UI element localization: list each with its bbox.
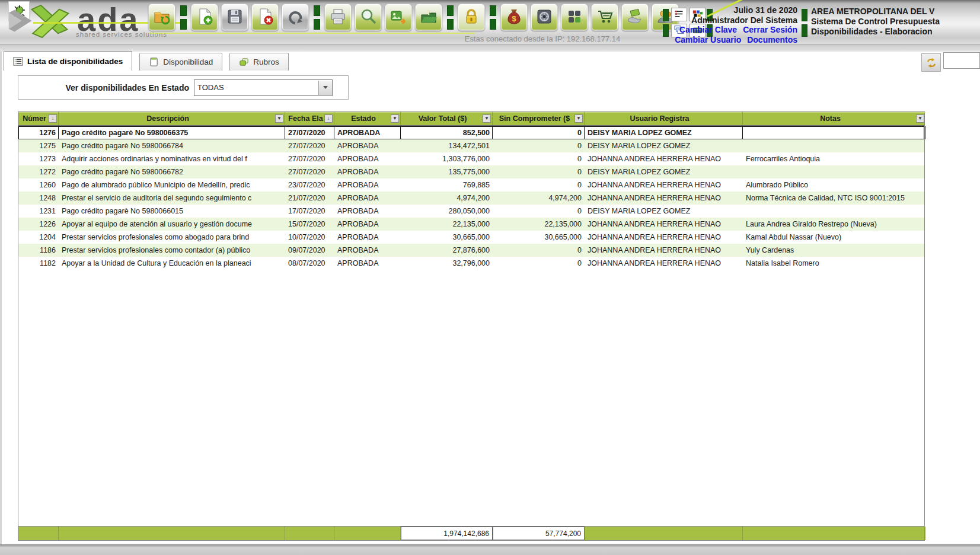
- change-password-link[interactable]: Cambiar Clave: [679, 25, 737, 34]
- cell-numero[interactable]: 1186: [18, 244, 59, 257]
- cell-estado[interactable]: APROBADA: [334, 126, 401, 139]
- column-header-usuario[interactable]: Usuario Registra: [585, 112, 743, 125]
- cart-button[interactable]: [591, 4, 618, 31]
- cell-usuario[interactable]: JOHANNA ANDREA HERRERA HENAO: [585, 218, 743, 231]
- cell-valor[interactable]: 769,885: [401, 178, 493, 192]
- tab-disponibilidad[interactable]: Disponibilidad: [139, 53, 222, 71]
- cell-notas[interactable]: Ferrocarriles Antioquia: [743, 152, 925, 165]
- cell-descripcion[interactable]: Adquirir acciones ordinarias y nominativ…: [59, 152, 285, 165]
- cell-sin_comprometer[interactable]: 0: [493, 139, 585, 152]
- cell-sin_comprometer[interactable]: 0: [493, 257, 585, 270]
- cell-valor[interactable]: 27,876,600: [401, 244, 493, 257]
- table-row[interactable]: 1204Prestar servicios profesionales como…: [18, 231, 924, 244]
- cell-notas[interactable]: Norma Técnica de Calidad, NTC ISO 9001:2…: [743, 192, 925, 205]
- cell-numero[interactable]: 1182: [18, 257, 59, 270]
- logout-link[interactable]: Cerrar Sesión: [743, 25, 797, 34]
- cell-numero[interactable]: 1273: [18, 152, 59, 165]
- table-row[interactable]: 1231Pago crédito pagarè No 598006601517/…: [18, 205, 924, 218]
- save-button[interactable]: [221, 4, 248, 31]
- change-user-link[interactable]: Cambiar Usuario: [675, 35, 741, 44]
- documents-link[interactable]: Documentos: [747, 35, 797, 44]
- undo-button[interactable]: [282, 4, 309, 31]
- cell-estado[interactable]: APROBADA: [334, 192, 401, 205]
- cell-sin_comprometer[interactable]: 0: [493, 165, 585, 178]
- open-folder-button[interactable]: [148, 4, 175, 31]
- cell-valor[interactable]: 135,775,000: [401, 165, 493, 178]
- cell-notas[interactable]: [743, 205, 925, 218]
- cell-valor[interactable]: 32,796,000: [401, 257, 493, 270]
- cell-fecha[interactable]: 27/07/2020: [285, 152, 334, 165]
- cell-notas[interactable]: Alumbrado Público: [743, 178, 925, 192]
- cell-usuario[interactable]: JOHANNA ANDREA HERRERA HENAO: [585, 178, 743, 192]
- cell-descripcion[interactable]: Prestar el servicio de auditoria del seg…: [59, 192, 285, 205]
- cell-descripcion[interactable]: Pago crédito pagarè No 5980066784: [59, 139, 285, 152]
- cell-descripcion[interactable]: Apoyar a la Unidad de Cultura y Educació…: [59, 257, 285, 270]
- table-row[interactable]: 1275Pago crédito pagarè No 598006678427/…: [18, 139, 924, 152]
- column-header-estado[interactable]: Estado▼: [334, 112, 401, 125]
- cell-usuario[interactable]: JOHANNA ANDREA HERRERA HENAO: [585, 152, 743, 165]
- cell-fecha[interactable]: 15/07/2020: [285, 218, 334, 231]
- cell-valor[interactable]: 1,303,776,000: [401, 152, 493, 165]
- filter-dropdown-button[interactable]: ▼: [574, 114, 583, 123]
- export-image-button[interactable]: [385, 4, 412, 31]
- cell-valor[interactable]: 4,974,200: [401, 192, 493, 205]
- cell-usuario[interactable]: DEISY MARIA LOPEZ GOMEZ: [585, 126, 743, 139]
- cell-descripcion[interactable]: Pago crédito pagarè No 5980066015: [59, 205, 285, 218]
- table-row[interactable]: 1260Pago de alumbrado público Municipio …: [18, 178, 924, 192]
- estado-combobox-dropdown-button[interactable]: [318, 81, 332, 95]
- cell-sin_comprometer[interactable]: 0: [493, 205, 585, 218]
- table-row[interactable]: 1272Pago crédito pagarè No 598006678227/…: [18, 165, 924, 178]
- cell-notas[interactable]: Yuly Cardenas: [743, 244, 925, 257]
- print-button[interactable]: [324, 4, 352, 31]
- cell-valor[interactable]: 280,050,000: [401, 205, 493, 218]
- refresh-button[interactable]: [921, 53, 941, 72]
- estado-combobox[interactable]: TODAS: [194, 79, 333, 96]
- cell-fecha[interactable]: 27/07/2020: [285, 126, 334, 139]
- cell-usuario[interactable]: DEISY MARIA LOPEZ GOMEZ: [585, 139, 743, 152]
- money-button[interactable]: $: [500, 4, 528, 31]
- cell-valor[interactable]: 30,665,000: [401, 231, 493, 244]
- cell-fecha[interactable]: 09/07/2020: [285, 244, 334, 257]
- cell-fecha[interactable]: 17/07/2020: [285, 205, 334, 218]
- table-row[interactable]: 1248Prestar el servicio de auditoria del…: [18, 192, 924, 205]
- new-document-button[interactable]: [191, 4, 218, 31]
- cell-estado[interactable]: APROBADA: [334, 244, 401, 257]
- cell-numero[interactable]: 1231: [18, 205, 59, 218]
- column-header-valor[interactable]: Valor Total ($)▼: [401, 112, 493, 125]
- cell-fecha[interactable]: 27/07/2020: [285, 165, 334, 178]
- cell-usuario[interactable]: JOHANNA ANDREA HERRERA HENAO: [585, 244, 743, 257]
- cell-numero[interactable]: 1260: [18, 178, 59, 192]
- table-row[interactable]: 1273Adquirir acciones ordinarias y nomin…: [18, 152, 924, 165]
- filter-dropdown-button[interactable]: ▼: [916, 114, 924, 123]
- cell-estado[interactable]: APROBADA: [334, 205, 401, 218]
- cell-usuario[interactable]: DEISY MARIA LOPEZ GOMEZ: [585, 165, 743, 178]
- cell-numero[interactable]: 1276: [18, 126, 59, 139]
- cell-sin_comprometer[interactable]: 0: [493, 178, 585, 192]
- cell-sin_comprometer[interactable]: 4,974,200: [493, 192, 585, 205]
- cell-fecha[interactable]: 10/07/2020: [285, 231, 334, 244]
- cell-numero[interactable]: 1226: [18, 218, 59, 231]
- cell-fecha[interactable]: 23/07/2020: [285, 178, 334, 192]
- cell-numero[interactable]: 1275: [18, 139, 59, 152]
- cell-fecha[interactable]: 21/07/2020: [285, 192, 334, 205]
- cell-sin_comprometer[interactable]: 30,665,000: [493, 231, 585, 244]
- column-header-sin_comprometer[interactable]: Sin Comprometer ($▼: [493, 112, 585, 125]
- cell-notas[interactable]: Laura Andrea Giraldo Restrepo (Nueva): [743, 218, 925, 231]
- cell-descripcion[interactable]: Prestar servicios profesionales como abo…: [59, 231, 285, 244]
- sort-button[interactable]: ↓: [324, 114, 333, 123]
- column-header-numero[interactable]: Númer↓: [18, 112, 59, 125]
- cell-notas[interactable]: [743, 126, 925, 139]
- table-row[interactable]: 1182Apoyar a la Unidad de Cultura y Educ…: [18, 257, 924, 270]
- column-header-notas[interactable]: Notas▼: [743, 112, 925, 125]
- cell-estado[interactable]: APROBADA: [334, 178, 401, 192]
- filter-dropdown-button[interactable]: ▼: [275, 114, 283, 123]
- filter-dropdown-button[interactable]: ▼: [483, 114, 491, 123]
- cell-notas[interactable]: [743, 165, 925, 178]
- cell-fecha[interactable]: 08/07/2020: [285, 257, 334, 270]
- cell-descripcion[interactable]: Pago de alumbrado público Municipio de M…: [59, 178, 285, 192]
- cell-sin_comprometer[interactable]: 0: [493, 152, 585, 165]
- table-row[interactable]: 1186Prestar servicios profesionales como…: [18, 244, 924, 257]
- cell-estado[interactable]: APROBADA: [334, 218, 401, 231]
- cell-descripcion[interactable]: Pago crédito pagarè No 5980066375: [59, 126, 285, 139]
- delete-document-button[interactable]: [251, 4, 279, 31]
